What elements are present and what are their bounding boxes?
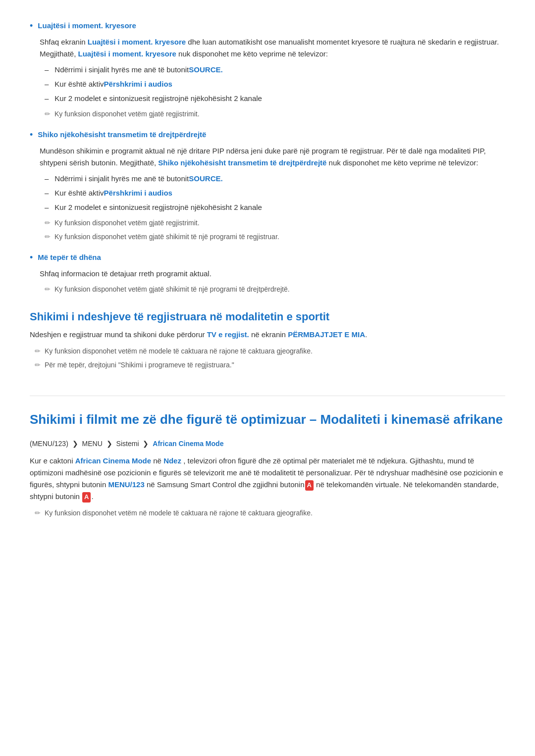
note-3-1: ✏ Ky funksion disponohet vetëm gjatë shi…: [45, 284, 505, 295]
sub-list-1: Ndërrimi i sinjalit hyrës me anë të buto…: [45, 64, 505, 104]
audio-label-1: Përshkrimi i audios: [104, 78, 172, 90]
african-note: ✏ Ky funksion disponohet vetëm në modele…: [35, 507, 505, 518]
sport-subtitle: Ndeshjen e regjistruar mund ta shikoni d…: [30, 329, 505, 341]
note-2-2: ✏ Ky funksion disponohet vetëm gjatë shi…: [45, 231, 505, 242]
note-text-2-2: Ky funksion disponohet vetëm gjatë shiki…: [54, 231, 279, 242]
body-text-2: Mundëson shikimin e programit aktual në …: [40, 145, 505, 169]
african-bold-1: African Cinema Mode: [75, 456, 151, 465]
pencil-icon-3: ✏: [45, 231, 51, 242]
sub-item-1-3: Kur 2 modelet e sintonizuesit regjistroj…: [45, 93, 505, 104]
bullet-dot-3: •: [30, 252, 33, 264]
body-text-3: Shfaq informacion të detajuar rreth prog…: [40, 268, 505, 280]
sub-item-1-2: Kur është aktiv Përshkrimi i audios: [45, 78, 505, 90]
bullet-title-2: Shiko njëkohësisht transmetim të drejtpë…: [38, 129, 206, 141]
bullet-dot-1: •: [30, 20, 33, 32]
note-text-3-1: Ky funksion disponohet vetëm gjatë shiki…: [54, 284, 290, 295]
bullet-body-2: Mundëson shikimin e programit aktual në …: [40, 145, 505, 243]
bold-luajtesi-1: Luajtësi i moment. kryesore: [88, 38, 186, 46]
sport-note-1: ✏ Ky funksion disponohet vetëm në modele…: [35, 346, 505, 356]
pencil-icon-7: ✏: [35, 507, 41, 518]
bold-shiko-1: Shiko njëkohësisht transmetim të drejtpë…: [158, 158, 326, 167]
bullet-dot-2: •: [30, 129, 33, 141]
sport-note-text-1: Ky funksion disponohet vetëm në modele t…: [45, 346, 313, 356]
body-text-1: Shfaq ekranin Luajtësi i moment. kryesor…: [40, 36, 505, 60]
sport-section: Shikimi i ndeshjeve të regjistruara në m…: [30, 309, 505, 371]
pencil-icon-5: ✏: [35, 346, 41, 356]
note-2-1: ✏ Ky funksion disponohet vetëm gjatë reg…: [45, 217, 505, 228]
tv-regjist-label: TV e regjist.: [207, 330, 249, 339]
sub-list-2: Ndërrimi i sinjalit hyrës me anë të buto…: [45, 173, 505, 213]
pencil-icon-6: ✏: [35, 359, 41, 370]
breadcrumb-arrow-3: ❯: [143, 440, 151, 448]
source-label-1: SOURCE.: [189, 64, 222, 76]
section-luajtesi: • Luajtësi i moment. kryesore Shfaq ekra…: [30, 20, 505, 120]
bullet-title-3: Më tepër të dhëna: [38, 252, 101, 263]
breadcrumb-menu: MENU: [82, 440, 103, 448]
section-meteper: • Më tepër të dhëna Shfaq informacion të…: [30, 252, 505, 295]
source-label-2: SOURCE.: [189, 173, 222, 185]
menu123-bold: MENU/123: [108, 480, 144, 489]
bold-luajtesi-2: Luajtësi i moment. kryesore: [78, 50, 176, 58]
breadcrumb: (MENU/123) ❯ MENU ❯ Sistemi ❯ African Ci…: [30, 438, 505, 449]
african-section: Shikimi i filmit me zë dhe figurë të opt…: [30, 411, 505, 519]
note-text-1-1: Ky funksion disponohet vetëm gjatë regji…: [54, 108, 200, 119]
sub-item-2-2: Kur është aktiv Përshkrimi i audios: [45, 187, 505, 199]
note-1-1: ✏ Ky funksion disponohet vetëm gjatë reg…: [45, 108, 505, 119]
sport-note-text-2: Për më tepër, drejtojuni "Shikimi i prog…: [45, 359, 234, 370]
african-body: Kur e caktoni African Cinema Mode në Nde…: [30, 455, 505, 503]
african-note-text: Ky funksion disponohet vetëm në modele t…: [45, 507, 313, 518]
breadcrumb-menu123: (MENU/123): [30, 440, 68, 448]
pencil-icon-2: ✏: [45, 217, 51, 228]
sub-item-2-3: Kur 2 modelet e sintonizuesit regjistroj…: [45, 202, 505, 213]
bullet-title-1: Luajtësi i moment. kryesore: [38, 20, 136, 32]
bullet-body-1: Shfaq ekranin Luajtësi i moment. kryesor…: [40, 36, 505, 119]
pencil-icon-4: ✏: [45, 284, 51, 295]
sub-item-2-1: Ndërrimi i sinjalit hyrës me anë të buto…: [45, 173, 505, 185]
permbajtjet-label: PËRMBAJTJET E MIA: [288, 330, 365, 339]
section-shiko: • Shiko njëkohësisht transmetim të drejt…: [30, 129, 505, 243]
section-separator: [30, 396, 505, 396]
sport-note-2: ✏ Për më tepër, drejtojuni "Shikimi i pr…: [35, 359, 505, 370]
african-bold-2: Ndez: [163, 456, 181, 465]
note-text-2-1: Ky funksion disponohet vetëm gjatë regji…: [54, 217, 200, 228]
bullet-body-3: Shfaq informacion të detajuar rreth prog…: [40, 268, 505, 295]
breadcrumb-arrow-2: ❯: [107, 440, 114, 448]
button-a-1: A: [305, 480, 314, 491]
pencil-icon-1: ✏: [45, 108, 51, 119]
breadcrumb-african: African Cinema Mode: [153, 440, 223, 448]
breadcrumb-sistemi: Sistemi: [116, 440, 139, 448]
audio-label-2: Përshkrimi i audios: [104, 187, 172, 199]
sport-section-title: Shikimi i ndeshjeve të regjistruara në m…: [30, 309, 505, 325]
breadcrumb-arrow-1: ❯: [72, 440, 80, 448]
african-section-title: Shikimi i filmit me zë dhe figurë të opt…: [30, 411, 505, 428]
sub-item-1-1: Ndërrimi i sinjalit hyrës me anë të buto…: [45, 64, 505, 76]
button-a-2: A: [82, 492, 91, 503]
